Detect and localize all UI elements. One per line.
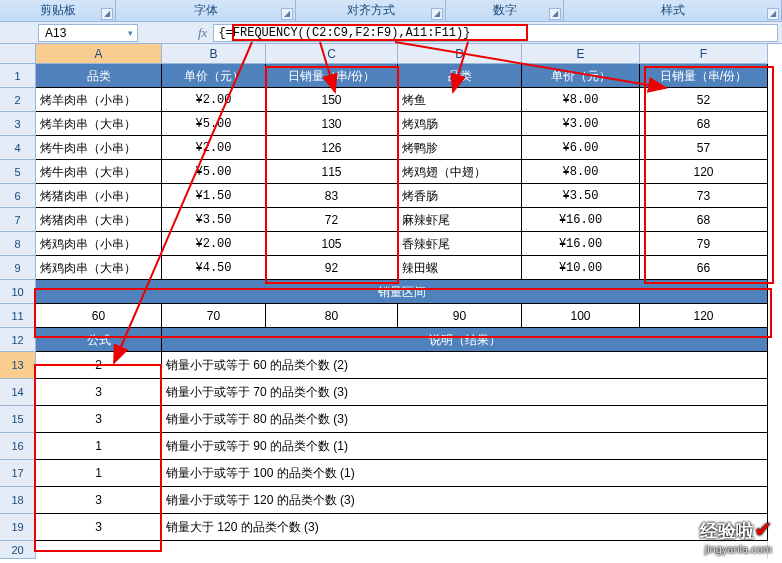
data-cell[interactable]: 烤鸭胗 [398, 136, 522, 160]
name-box[interactable]: A13 ▾ [38, 24, 138, 42]
data-cell[interactable]: 72 [266, 208, 398, 232]
data-cell[interactable]: ¥5.00 [162, 112, 266, 136]
interval-cell[interactable]: 60 [36, 304, 162, 328]
table-header[interactable]: 日销量（串/份） [640, 64, 768, 88]
row-header-12[interactable]: 12 [0, 328, 36, 352]
data-cell[interactable]: 烤猪肉串（小串） [36, 184, 162, 208]
result-value[interactable]: 2 [36, 352, 162, 379]
row-header-6[interactable]: 6 [0, 184, 36, 208]
row-header-8[interactable]: 8 [0, 232, 36, 256]
result-value[interactable]: 3 [36, 487, 162, 514]
data-cell[interactable]: ¥5.00 [162, 160, 266, 184]
interval-header[interactable]: 销量区间 [36, 280, 768, 304]
data-cell[interactable]: 120 [640, 160, 768, 184]
result-desc[interactable]: 销量小于或等于 60 的品类个数 (2) [162, 352, 768, 379]
row-header-4[interactable]: 4 [0, 136, 36, 160]
name-box-dropdown-icon[interactable]: ▾ [123, 25, 137, 41]
data-cell[interactable]: 73 [640, 184, 768, 208]
data-cell[interactable]: 麻辣虾尾 [398, 208, 522, 232]
row-header-13[interactable]: 13 [0, 352, 36, 379]
col-header-D[interactable]: D [398, 44, 522, 64]
dialog-launcher-icon[interactable]: ◢ [101, 8, 113, 20]
col-header-B[interactable]: B [162, 44, 266, 64]
result-desc[interactable]: 销量大于 120 的品类个数 (3) [162, 514, 768, 541]
row-header-17[interactable]: 17 [0, 460, 36, 487]
row-header-9[interactable]: 9 [0, 256, 36, 280]
row-header-16[interactable]: 16 [0, 433, 36, 460]
table-header[interactable]: 品类 [398, 64, 522, 88]
table-header[interactable]: 日销量（串/份） [266, 64, 398, 88]
data-cell[interactable]: 115 [266, 160, 398, 184]
result-value[interactable]: 1 [36, 460, 162, 487]
data-cell[interactable]: 辣田螺 [398, 256, 522, 280]
row-header-15[interactable]: 15 [0, 406, 36, 433]
data-cell[interactable]: ¥8.00 [522, 160, 640, 184]
result-value[interactable]: 1 [36, 433, 162, 460]
col-header-C[interactable]: C [266, 44, 398, 64]
data-cell[interactable]: 105 [266, 232, 398, 256]
data-cell[interactable]: ¥1.50 [162, 184, 266, 208]
formula-input[interactable]: {=FREQUENCY((C2:C9,F2:F9),A11:F11)} [213, 24, 778, 42]
interval-cell[interactable]: 80 [266, 304, 398, 328]
result-desc[interactable]: 销量小于或等于 70 的品类个数 (3) [162, 379, 768, 406]
row-header-11[interactable]: 11 [0, 304, 36, 328]
interval-cell[interactable]: 120 [640, 304, 768, 328]
empty-cell[interactable] [36, 541, 768, 559]
col-header-F[interactable]: F [640, 44, 768, 64]
col-header-A[interactable]: A [36, 44, 162, 64]
row-header-1[interactable]: 1 [0, 64, 36, 88]
row-header-20[interactable]: 20 [0, 541, 36, 559]
row-header-19[interactable]: 19 [0, 514, 36, 541]
data-cell[interactable]: 烤香肠 [398, 184, 522, 208]
data-cell[interactable]: ¥2.00 [162, 88, 266, 112]
data-cell[interactable]: 烤猪肉串（大串） [36, 208, 162, 232]
result-desc[interactable]: 销量小于或等于 100 的品类个数 (1) [162, 460, 768, 487]
result-desc[interactable]: 销量小于或等于 90 的品类个数 (1) [162, 433, 768, 460]
result-desc[interactable]: 销量小于或等于 120 的品类个数 (3) [162, 487, 768, 514]
data-cell[interactable]: 烤鸡翅（中翅） [398, 160, 522, 184]
data-cell[interactable]: ¥6.00 [522, 136, 640, 160]
data-cell[interactable]: 烤鸡肠 [398, 112, 522, 136]
table-header[interactable]: 单价（元） [162, 64, 266, 88]
data-cell[interactable]: 烤羊肉串（大串） [36, 112, 162, 136]
data-cell[interactable]: 83 [266, 184, 398, 208]
data-cell[interactable]: 烤鸡肉串（大串） [36, 256, 162, 280]
row-header-10[interactable]: 10 [0, 280, 36, 304]
data-cell[interactable]: ¥2.00 [162, 136, 266, 160]
result-header-formula[interactable]: 公式 [36, 328, 162, 352]
dialog-launcher-icon[interactable]: ◢ [281, 8, 293, 20]
data-cell[interactable]: 烤鱼 [398, 88, 522, 112]
result-value[interactable]: 3 [36, 379, 162, 406]
data-cell[interactable]: ¥8.00 [522, 88, 640, 112]
result-desc[interactable]: 销量小于或等于 80 的品类个数 (3) [162, 406, 768, 433]
select-all-corner[interactable] [0, 44, 36, 64]
dialog-launcher-icon[interactable]: ◢ [549, 8, 561, 20]
data-cell[interactable]: 烤牛肉串（大串） [36, 160, 162, 184]
interval-cell[interactable]: 90 [398, 304, 522, 328]
data-cell[interactable]: ¥3.00 [522, 112, 640, 136]
table-header[interactable]: 单价（元） [522, 64, 640, 88]
interval-cell[interactable]: 100 [522, 304, 640, 328]
data-cell[interactable]: ¥10.00 [522, 256, 640, 280]
result-header-desc[interactable]: 说明（结果） [162, 328, 768, 352]
data-cell[interactable]: 79 [640, 232, 768, 256]
result-value[interactable]: 3 [36, 406, 162, 433]
data-cell[interactable]: ¥3.50 [522, 184, 640, 208]
dialog-launcher-icon[interactable]: ◢ [431, 8, 443, 20]
dialog-launcher-icon[interactable]: ◢ [767, 8, 779, 20]
data-cell[interactable]: ¥16.00 [522, 208, 640, 232]
data-cell[interactable]: ¥2.00 [162, 232, 266, 256]
table-header[interactable]: 品类 [36, 64, 162, 88]
data-cell[interactable]: 57 [640, 136, 768, 160]
col-header-E[interactable]: E [522, 44, 640, 64]
data-cell[interactable]: 烤羊肉串（小串） [36, 88, 162, 112]
interval-cell[interactable]: 70 [162, 304, 266, 328]
result-value[interactable]: 3 [36, 514, 162, 541]
data-cell[interactable]: 烤牛肉串（小串） [36, 136, 162, 160]
row-header-7[interactable]: 7 [0, 208, 36, 232]
data-cell[interactable]: 66 [640, 256, 768, 280]
data-cell[interactable]: 150 [266, 88, 398, 112]
row-header-3[interactable]: 3 [0, 112, 36, 136]
fx-icon[interactable]: fx [198, 25, 207, 41]
data-cell[interactable]: 52 [640, 88, 768, 112]
